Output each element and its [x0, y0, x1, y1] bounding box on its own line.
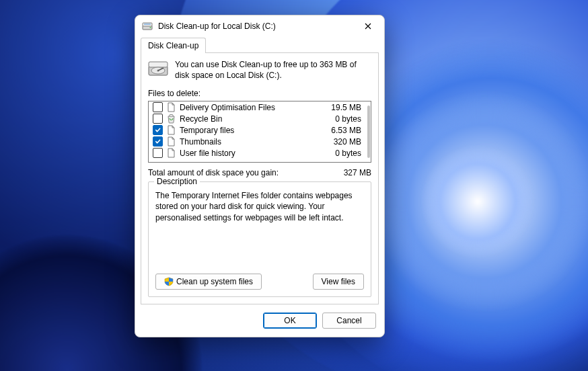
- clean-system-files-label: Clean up system files: [176, 277, 253, 286]
- list-item[interactable]: User file history0 bytes: [149, 147, 365, 159]
- list-item[interactable]: Delivery Optimisation Files19.5 MB: [149, 101, 365, 113]
- list-item-label: Temporary files: [180, 126, 320, 135]
- description-legend: Description: [154, 177, 200, 186]
- file-icon: [167, 148, 176, 158]
- list-item-size: 0 bytes: [324, 149, 361, 158]
- svg-rect-4: [149, 62, 168, 67]
- window-title: Disk Clean-up for Local Disk (C:): [158, 22, 355, 31]
- list-item-label: Recycle Bin: [180, 114, 320, 124]
- description-text: The Temporary Internet Files folder cont…: [155, 190, 364, 268]
- list-item-size: 6.53 MB: [324, 126, 361, 135]
- checkbox[interactable]: [153, 125, 163, 135]
- intro-text: You can use Disk Clean-up to free up to …: [175, 60, 371, 81]
- cancel-label: Cancel: [336, 316, 361, 325]
- total-value: 327 MB: [344, 168, 371, 177]
- ok-label: OK: [284, 316, 295, 325]
- dialog-button-row: OK Cancel: [135, 310, 384, 337]
- tab-label: Disk Clean-up: [148, 41, 198, 50]
- list-item[interactable]: Thumbnails320 MB: [149, 136, 365, 147]
- svg-point-2: [150, 27, 151, 28]
- tab-content: You can use Disk Clean-up to free up to …: [141, 52, 379, 304]
- files-to-delete-label: Files to delete:: [148, 89, 371, 98]
- titlebar[interactable]: Disk Clean-up for Local Disk (C:): [135, 15, 384, 37]
- close-button[interactable]: [355, 17, 381, 36]
- files-list[interactable]: Delivery Optimisation Files19.5 MBRecycl…: [148, 101, 371, 163]
- file-icon: [167, 136, 176, 147]
- tab-disk-cleanup[interactable]: Disk Clean-up: [141, 38, 206, 53]
- total-row: Total amount of disk space you gain: 327…: [148, 168, 371, 177]
- disk-cleanup-window: Disk Clean-up for Local Disk (C:) Disk C…: [135, 15, 385, 337]
- close-icon: [365, 23, 371, 30]
- total-label: Total amount of disk space you gain:: [148, 168, 279, 177]
- scrollbar[interactable]: [367, 106, 370, 158]
- view-files-button[interactable]: View files: [313, 274, 364, 290]
- file-icon: [167, 125, 176, 135]
- list-item-size: 320 MB: [324, 137, 361, 147]
- checkbox[interactable]: [153, 136, 163, 147]
- list-item-label: User file history: [180, 149, 320, 158]
- disk-cleanup-icon: [142, 21, 153, 32]
- ok-button[interactable]: OK: [263, 313, 317, 329]
- checkbox[interactable]: [153, 102, 163, 112]
- file-icon: [167, 102, 176, 112]
- list-item-label: Thumbnails: [180, 137, 320, 147]
- tabstrip: Disk Clean-up: [135, 37, 384, 52]
- clean-system-files-button[interactable]: Clean up system files: [155, 274, 262, 290]
- intro-block: You can use Disk Clean-up to free up to …: [148, 60, 371, 81]
- checkbox[interactable]: [153, 114, 163, 124]
- list-item[interactable]: Temporary files6.53 MB: [149, 124, 365, 136]
- recycle-bin-icon: [167, 114, 176, 124]
- desktop-wallpaper: Disk Clean-up for Local Disk (C:) Disk C…: [0, 0, 588, 371]
- checkbox[interactable]: [153, 148, 163, 158]
- drive-icon: [148, 60, 168, 77]
- description-group: Description The Temporary Internet Files…: [148, 181, 371, 297]
- cancel-button[interactable]: Cancel: [322, 313, 376, 329]
- list-item-label: Delivery Optimisation Files: [180, 103, 320, 112]
- list-item-size: 19.5 MB: [324, 103, 361, 112]
- list-item-size: 0 bytes: [324, 114, 361, 124]
- shield-icon: [164, 277, 174, 286]
- view-files-label: View files: [322, 277, 355, 286]
- list-item[interactable]: Recycle Bin0 bytes: [149, 113, 365, 124]
